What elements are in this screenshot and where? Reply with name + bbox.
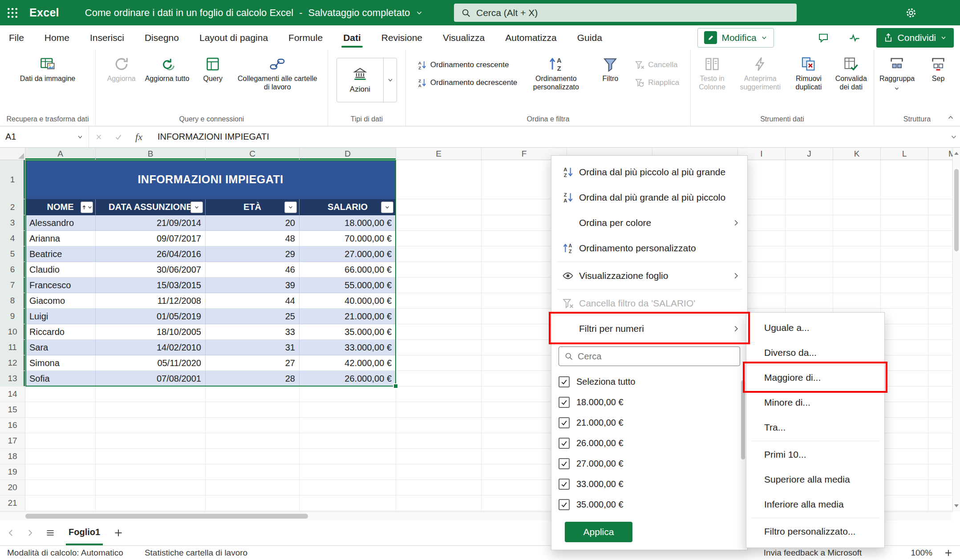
vertical-scroll-thumb[interactable]	[954, 169, 959, 251]
cell[interactable]	[96, 449, 206, 464]
activity-button[interactable]	[845, 28, 864, 47]
cell[interactable]	[96, 418, 206, 433]
cell-b3[interactable]: 21/09/2014	[96, 215, 206, 231]
cell[interactable]	[881, 246, 928, 262]
filter-button-salario[interactable]	[381, 201, 393, 213]
cell[interactable]	[206, 402, 300, 418]
cell-d8[interactable]: 40.000,00 €	[300, 293, 396, 309]
azioni-dropdown[interactable]	[383, 58, 397, 102]
cell-a3[interactable]: Alessandro	[25, 215, 96, 231]
cell[interactable]	[928, 160, 952, 199]
cell[interactable]	[928, 496, 952, 511]
cell-b10[interactable]: 18/10/2005	[96, 324, 206, 340]
row-header-21[interactable]: 21	[0, 496, 25, 511]
mode-dropdown-button[interactable]: Modifica	[697, 28, 774, 48]
cell-b9[interactable]: 01/05/2019	[96, 309, 206, 324]
cell-d5[interactable]: 27.000,00 €	[300, 246, 396, 262]
cell[interactable]	[396, 160, 482, 199]
cell[interactable]	[928, 464, 952, 480]
cell[interactable]	[396, 262, 482, 278]
raggruppa-button[interactable]: Raggruppa	[877, 52, 917, 93]
cell-a5[interactable]: Beatrice	[25, 246, 96, 262]
cell[interactable]	[833, 199, 881, 215]
cell[interactable]	[396, 449, 482, 464]
cell[interactable]	[833, 262, 881, 278]
cell[interactable]	[396, 293, 482, 309]
cell[interactable]	[25, 418, 96, 433]
cell-a10[interactable]: Riccardo	[25, 324, 96, 340]
cell[interactable]	[396, 231, 482, 246]
cell[interactable]	[833, 278, 881, 293]
cell-c9[interactable]: 25	[206, 309, 300, 324]
menu-item-ordina-per-colore[interactable]: Ordina per colore	[551, 210, 747, 235]
row-header-2[interactable]: 2	[0, 199, 25, 215]
cell-b5[interactable]: 26/04/2016	[96, 246, 206, 262]
cell[interactable]	[96, 387, 206, 402]
menu-item-visualizzazione-foglio[interactable]: Visualizzazione foglio	[551, 263, 747, 288]
cell[interactable]	[396, 402, 482, 418]
cell[interactable]	[881, 231, 928, 246]
cell[interactable]	[206, 433, 300, 449]
table-title-cell[interactable]: INFORMAZIONI IMPIEGATI	[25, 160, 396, 199]
cell-a4[interactable]: Arianna	[25, 231, 96, 246]
row-header-5[interactable]: 5	[0, 246, 25, 262]
cell-c5[interactable]: 29	[206, 246, 300, 262]
column-header-d[interactable]: D	[300, 148, 396, 160]
cell-d11[interactable]: 33.000,00 €	[300, 340, 396, 355]
tab-home[interactable]: Home	[45, 25, 69, 50]
menu-item-filtri-per-numeri[interactable]: Filtri per numeri	[551, 316, 747, 341]
filter-value-26-000-00[interactable]: 26.000,00 €	[551, 433, 747, 453]
cell[interactable]	[396, 464, 482, 480]
cell-c6[interactable]: 46	[206, 262, 300, 278]
tab-formule[interactable]: Formule	[288, 25, 323, 50]
cell[interactable]	[396, 199, 482, 215]
cell[interactable]	[881, 433, 928, 449]
cell[interactable]	[881, 340, 928, 355]
cell[interactable]	[786, 231, 833, 246]
cell[interactable]	[881, 215, 928, 231]
row-header-14[interactable]: 14	[0, 387, 25, 402]
cell-d12[interactable]: 42.000,00 €	[300, 355, 396, 371]
cell[interactable]	[833, 215, 881, 231]
cell[interactable]	[396, 418, 482, 433]
search-input[interactable]	[476, 8, 790, 18]
column-header-m[interactable]: M	[928, 148, 952, 160]
cell[interactable]	[928, 387, 952, 402]
cell[interactable]	[881, 402, 928, 418]
cell[interactable]	[206, 480, 300, 496]
filter-value-35-000-00[interactable]: 35.000,00 €	[551, 494, 747, 515]
cell[interactable]	[396, 324, 482, 340]
menu-item-cancella-filtro-da-salario[interactable]: Cancella filtro da 'SALARIO'	[551, 290, 747, 316]
cell[interactable]	[25, 449, 96, 464]
filter-value-33-000-00[interactable]: 33.000,00 €	[551, 474, 747, 494]
cell-c8[interactable]: 44	[206, 293, 300, 309]
fill-handle[interactable]	[393, 383, 398, 389]
workbook-stats-button[interactable]: Statistiche cartella di lavoro	[145, 548, 247, 558]
vertical-scrollbar[interactable]	[952, 148, 960, 512]
scroll-down-icon[interactable]	[953, 501, 960, 511]
column-header-c[interactable]: C	[206, 148, 300, 160]
tab-layout-di-pagina[interactable]: Layout di pagina	[199, 25, 268, 50]
cell[interactable]	[928, 371, 952, 387]
cell[interactable]	[881, 418, 928, 433]
cell[interactable]	[928, 215, 952, 231]
cell[interactable]	[881, 324, 928, 340]
cell[interactable]	[786, 246, 833, 262]
submenu-item-diverso-da[interactable]: Diverso da...	[746, 340, 884, 365]
search-box[interactable]	[454, 4, 797, 22]
cell[interactable]	[300, 449, 396, 464]
cell-d13[interactable]: 26.000,00 €	[300, 371, 396, 387]
cell[interactable]	[396, 480, 482, 496]
cell[interactable]	[25, 480, 96, 496]
cell[interactable]	[300, 402, 396, 418]
cell[interactable]	[396, 340, 482, 355]
cell-d9[interactable]: 21.000,00 €	[300, 309, 396, 324]
cell[interactable]	[928, 480, 952, 496]
column-header-b[interactable]: B	[96, 148, 206, 160]
cell-b8[interactable]: 11/12/2008	[96, 293, 206, 309]
cell[interactable]	[396, 246, 482, 262]
cell-a8[interactable]: Giacomo	[25, 293, 96, 309]
row-header-9[interactable]: 9	[0, 309, 25, 324]
sheet-list-button[interactable]	[45, 528, 55, 538]
cell-a11[interactable]: Sara	[25, 340, 96, 355]
